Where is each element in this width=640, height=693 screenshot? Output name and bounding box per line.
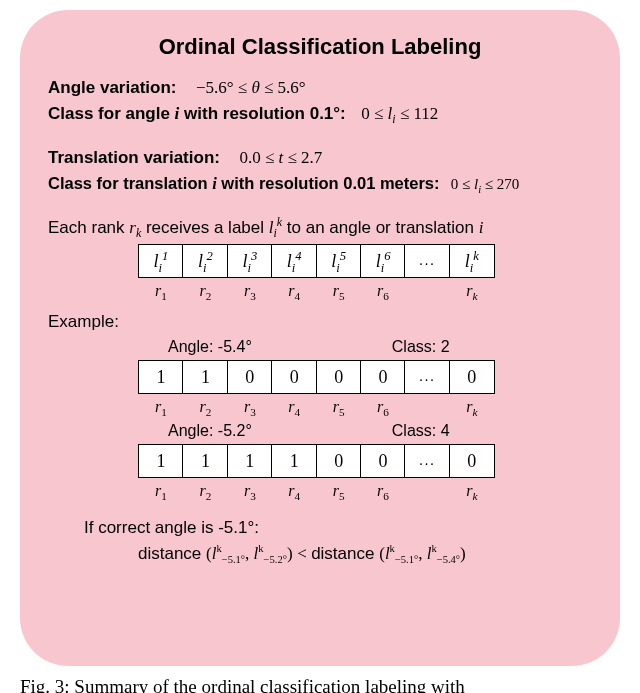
ex1-c6: 0 (360, 360, 406, 394)
example1-header: Angle: -5.4° Class: 2 (168, 338, 592, 356)
r3-r1: r1 (138, 478, 184, 500)
class-angle-math: 0 ≤ li ≤ 112 (361, 104, 438, 123)
stage: Ordinal Classification Labeling Angle va… (0, 0, 640, 693)
cell-l5: li5 (316, 244, 362, 278)
example2-header: Angle: -5.2° Class: 4 (168, 422, 592, 440)
r2-rk: rk (449, 394, 495, 416)
ex2-c6: 0 (360, 444, 406, 478)
rank-label-table: li1 li2 li3 li4 li5 li6 ... lik r1 r2 r3… (138, 244, 592, 300)
rank-r4: r4 (271, 278, 317, 300)
ex1-c5: 0 (316, 360, 362, 394)
r3-r2: r2 (182, 478, 228, 500)
figure-caption-fragment: Fig. 3: Summary of the ordinal classific… (20, 676, 620, 693)
r3-r3: r3 (227, 478, 273, 500)
cell-l6: li6 (360, 244, 406, 278)
r3-blank (404, 478, 450, 500)
class-angle-label-b: with resolution 0.1°: (179, 104, 345, 123)
cell-l2: li2 (182, 244, 228, 278)
ex1-cells: 1 1 0 0 0 0 ... 0 (138, 360, 592, 394)
rank-r3: r3 (227, 278, 273, 300)
ex2-cells: 1 1 1 1 0 0 ... 0 (138, 444, 592, 478)
angle-variation-math: −5.6° ≤ θ ≤ 5.6° (196, 78, 306, 97)
dist-word-2: distance (311, 544, 374, 563)
ex2-class: Class: 4 (392, 422, 450, 440)
cell-l1: li1 (138, 244, 184, 278)
rank-rk: rk (449, 278, 495, 300)
cell-ellipsis-1: ... (404, 244, 450, 278)
class-trans-math: 0 ≤ li ≤ 270 (451, 176, 520, 192)
ex1-c3: 0 (227, 360, 273, 394)
ex1-angle: Angle: -5.4° (168, 338, 252, 356)
r2-r6: r6 (360, 394, 406, 416)
example2-table: 1 1 1 1 0 0 ... 0 r1 r2 r3 r4 r5 r6 rk (138, 444, 592, 500)
class-angle-label-a: Class for angle (48, 104, 175, 123)
ex2-c-ell: ... (404, 444, 450, 478)
example1-table: 1 1 0 0 0 0 ... 0 r1 r2 r3 r4 r5 r6 rk (138, 360, 592, 416)
rank-r1: r1 (138, 278, 184, 300)
title: Ordinal Classification Labeling (48, 34, 592, 60)
diagram-card: Ordinal Classification Labeling Angle va… (20, 10, 620, 666)
r2-blank (404, 394, 450, 416)
ex2-c5: 0 (316, 444, 362, 478)
ex1-c8: 0 (449, 360, 495, 394)
rank-symbol: rk (129, 218, 141, 237)
trans-variation-label: Translation variation: (48, 148, 220, 167)
r2-r3: r3 (227, 394, 273, 416)
ex1-class: Class: 2 (392, 338, 450, 356)
class-trans-line: Class for translation i with resolution … (48, 174, 592, 194)
rank-r2: r2 (182, 278, 228, 300)
ex2-c2: 1 (182, 444, 228, 478)
class-trans-label-b: with resolution 0.01 meters: (217, 174, 440, 192)
lt-sign: < (297, 544, 311, 563)
ex1-c2: 1 (182, 360, 228, 394)
cell-lk: lik (449, 244, 495, 278)
distance-inequality: distance (lk−5.1°, lk−5.2°) < distance (… (138, 544, 592, 564)
r2-r5: r5 (316, 394, 362, 416)
dist-word-1: distance (138, 544, 201, 563)
label-symbol: lik (269, 218, 282, 237)
r3-r6: r6 (360, 478, 406, 500)
ex1-c-ell: ... (404, 360, 450, 394)
each-rank-line: Each rank rk receives a label lik to an … (48, 218, 592, 238)
ex2-angle: Angle: -5.2° (168, 422, 252, 440)
ex2-c1: 1 (138, 444, 184, 478)
r2-r4: r4 (271, 394, 317, 416)
each-rank-a: Each rank (48, 218, 129, 237)
angle-variation-line: Angle variation: −5.6° ≤ θ ≤ 5.6° (48, 78, 592, 98)
ex1-c1: 1 (138, 360, 184, 394)
each-rank-c: to an angle or translation (287, 218, 479, 237)
r3-r5: r5 (316, 478, 362, 500)
class-angle-line: Class for angle i with resolution 0.1°: … (48, 104, 592, 124)
rank-labels-3: r1 r2 r3 r4 r5 r6 rk (138, 478, 592, 500)
correct-angle-line: If correct angle is -5.1°: (84, 518, 592, 538)
each-rank-b: receives a label (146, 218, 269, 237)
ex2-c4: 1 (271, 444, 317, 478)
cell-l3: li3 (227, 244, 273, 278)
index-i-3: i (479, 218, 484, 237)
rank-blank-1 (404, 278, 450, 300)
r2-r2: r2 (182, 394, 228, 416)
r3-rk: rk (449, 478, 495, 500)
trans-variation-math: 0.0 ≤ t ≤ 2.7 (239, 148, 322, 167)
rank-r5: r5 (316, 278, 362, 300)
r2-r1: r1 (138, 394, 184, 416)
ex2-c3: 1 (227, 444, 273, 478)
angle-variation-label: Angle variation: (48, 78, 176, 97)
trans-variation-line: Translation variation: 0.0 ≤ t ≤ 2.7 (48, 148, 592, 168)
rank-labels-2: r1 r2 r3 r4 r5 r6 rk (138, 394, 592, 416)
example-label: Example: (48, 312, 592, 332)
rank-labels-1: r1 r2 r3 r4 r5 r6 rk (138, 278, 592, 300)
label-cells: li1 li2 li3 li4 li5 li6 ... lik (138, 244, 592, 278)
rank-r6: r6 (360, 278, 406, 300)
ex1-c4: 0 (271, 360, 317, 394)
class-trans-label-a: Class for translation (48, 174, 212, 192)
ex2-c8: 0 (449, 444, 495, 478)
cell-l4: li4 (271, 244, 317, 278)
r3-r4: r4 (271, 478, 317, 500)
